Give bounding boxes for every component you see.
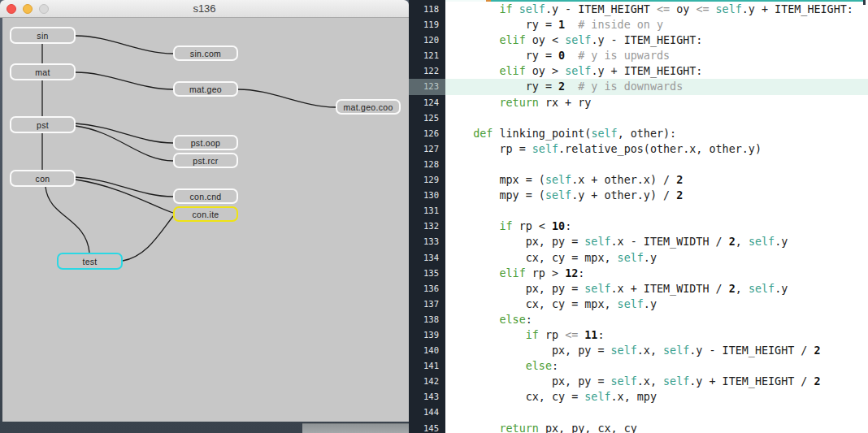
- code-lines: 118 if self.y - ITEM_HEIGHT <= oy <= sel…: [409, 2, 868, 433]
- window-titlebar[interactable]: s136: [0, 0, 409, 18]
- node-sin.com[interactable]: sin.com: [173, 45, 238, 61]
- code-line-144[interactable]: 144: [409, 405, 868, 420]
- node-label: mat.geo: [189, 84, 222, 94]
- code-text: mpy = (self.y + other.y) / 2: [445, 188, 868, 203]
- code-line-121[interactable]: 121 ry = 0 # y is upwards: [409, 48, 868, 63]
- node-pst.oop[interactable]: pst.oop: [173, 135, 238, 150]
- node-label: pst: [37, 120, 49, 130]
- line-number: 137: [409, 297, 445, 312]
- code-text: ry = 1 # inside on y: [445, 17, 868, 32]
- line-number: 131: [409, 203, 445, 219]
- line-number: 135: [409, 266, 445, 281]
- code-line-142[interactable]: 142 px, py = self.x, self.y + ITEM_HEIGH…: [409, 374, 868, 389]
- traffic-lights: [7, 4, 49, 14]
- line-number: 136: [409, 281, 445, 297]
- line-number: 125: [409, 110, 445, 126]
- node-label: con.cnd: [190, 192, 222, 201]
- code-line-139[interactable]: 139 if rp <= 11:: [409, 327, 868, 343]
- code-line-135[interactable]: 135 elif rp > 12:: [409, 266, 868, 281]
- node-label: sin.com: [190, 49, 221, 58]
- close-button[interactable]: [7, 4, 16, 14]
- code-line-127[interactable]: 127 rp = self.relative_pos(other.x, othe…: [409, 141, 868, 157]
- line-number: 121: [409, 48, 445, 63]
- code-line-140[interactable]: 140 px, py = self.x, self.y - ITEM_HEIGH…: [409, 343, 868, 358]
- screen: sinsin.commatmat.geomat.geo.coopstpst.oo…: [0, 0, 868, 433]
- code-text: px, py = self.x - ITEM_WIDTH / 2, self.y: [445, 234, 868, 249]
- node-sin[interactable]: sin: [10, 27, 76, 44]
- node-label: con.ite: [192, 210, 219, 219]
- code-text: if rp < 10:: [445, 219, 868, 234]
- line-number: 143: [409, 389, 445, 405]
- node-mat.geo.coo[interactable]: mat.geo.coo: [336, 99, 401, 115]
- code-line-126[interactable]: 126 def linking_point(self, other):: [409, 126, 868, 141]
- line-number: 122: [409, 63, 445, 79]
- top-strip-teal-highlight: [491, 0, 863, 2]
- code-text: elif oy < self.y - ITEM_HEIGHT:: [445, 32, 868, 48]
- code-text: px, py = self.x, self.y - ITEM_HEIGHT / …: [445, 343, 868, 358]
- node-mat.geo[interactable]: mat.geo: [173, 81, 238, 97]
- background-window-edge: [302, 423, 409, 433]
- minimize-button[interactable]: [23, 4, 33, 14]
- code-text: cx, cy = mpx, self.y: [445, 250, 868, 266]
- code-line-118[interactable]: 118 if self.y - ITEM_HEIGHT <= oy <= sel…: [409, 2, 868, 17]
- zoom-button[interactable]: [39, 4, 49, 14]
- code-line-145[interactable]: 145 return px, py, cx, cy: [409, 421, 868, 433]
- code-text: mpx = (self.x + other.x) / 2: [445, 172, 868, 188]
- line-number: 132: [409, 219, 445, 234]
- code-line-137[interactable]: 137 cx, cy = mpx, self.y: [409, 297, 868, 312]
- code-text: else:: [445, 312, 868, 327]
- node-test[interactable]: test: [57, 253, 123, 270]
- code-line-124[interactable]: 124 return rx + ry: [409, 95, 868, 110]
- code-line-132[interactable]: 132 if rp < 10:: [409, 219, 868, 234]
- window-title: s136: [0, 0, 409, 18]
- code-line-120[interactable]: 120 elif oy < self.y - ITEM_HEIGHT:: [409, 32, 868, 48]
- code-line-119[interactable]: 119 ry = 1 # inside on y: [409, 17, 868, 32]
- code-line-134[interactable]: 134 cx, cy = mpx, self.y: [409, 250, 868, 266]
- code-line-138[interactable]: 138 else:: [409, 312, 868, 327]
- line-number: 138: [409, 312, 445, 327]
- line-number: 123: [409, 79, 445, 94]
- line-number: 126: [409, 126, 445, 141]
- line-number: 128: [409, 157, 445, 172]
- code-line-130[interactable]: 130 mpy = (self.y + other.y) / 2: [409, 188, 868, 203]
- node-label: pst.oop: [191, 138, 221, 148]
- node-label: con: [36, 174, 50, 184]
- line-number: 133: [409, 234, 445, 249]
- node-con[interactable]: con: [10, 170, 76, 187]
- line-number: 127: [409, 141, 445, 157]
- code-editor[interactable]: 118 if self.y - ITEM_HEIGHT <= oy <= sel…: [409, 0, 868, 433]
- code-line-128[interactable]: 128: [409, 157, 868, 172]
- node-con.cnd[interactable]: con.cnd: [173, 188, 238, 204]
- code-text: [445, 110, 868, 126]
- code-line-133[interactable]: 133 px, py = self.x - ITEM_WIDTH / 2, se…: [409, 234, 868, 249]
- code-text: ry = 0 # y is upwards: [445, 48, 868, 63]
- line-number: 141: [409, 358, 445, 374]
- code-text: else:: [445, 358, 868, 374]
- code-line-125[interactable]: 125: [409, 110, 868, 126]
- line-number: 142: [409, 374, 445, 389]
- line-number: 119: [409, 17, 445, 32]
- code-text: [445, 157, 868, 172]
- node-label: test: [82, 257, 97, 266]
- code-text: [445, 405, 868, 420]
- node-pst.rcr[interactable]: pst.rcr: [173, 153, 238, 168]
- node-pst[interactable]: pst: [10, 116, 76, 133]
- code-line-141[interactable]: 141 else:: [409, 358, 868, 374]
- node-con.ite[interactable]: con.ite: [173, 206, 238, 222]
- code-line-143[interactable]: 143 cx, cy = self.x, mpy: [409, 389, 868, 405]
- code-line-129[interactable]: 129 mpx = (self.x + other.x) / 2: [409, 172, 868, 188]
- code-line-136[interactable]: 136 px, py = self.x + ITEM_WIDTH / 2, se…: [409, 281, 868, 297]
- code-line-131[interactable]: 131: [409, 203, 868, 219]
- line-number: 144: [409, 405, 445, 420]
- node-mat[interactable]: mat: [10, 63, 76, 80]
- code-text: return rx + ry: [445, 95, 868, 110]
- code-line-122[interactable]: 122 elif oy > self.y + ITEM_HEIGHT:: [409, 63, 868, 79]
- code-text: rp = self.relative_pos(other.x, other.y): [445, 141, 868, 157]
- code-line-123[interactable]: 123 ry = 2 # y is downwards: [409, 79, 868, 94]
- code-text: return px, py, cx, cy: [445, 421, 868, 433]
- node-label: sin: [37, 31, 48, 41]
- code-text: elif rp > 12:: [445, 266, 868, 281]
- scrollbar-notch: [863, 0, 866, 5]
- line-number: 145: [409, 421, 445, 433]
- line-number: 124: [409, 95, 445, 110]
